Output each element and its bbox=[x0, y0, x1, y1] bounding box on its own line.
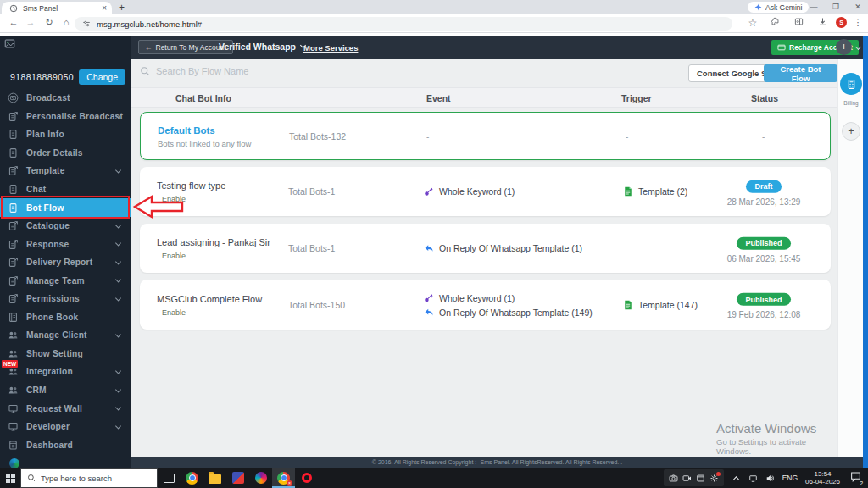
taskbar-clock[interactable]: 13:54 06-04-2026 bbox=[805, 470, 840, 486]
sidebar-item-bot-flow[interactable]: Bot Flow bbox=[0, 198, 131, 217]
bot-flow-row-msgclub-complete-flow[interactable]: MSGClub Complete Flow Enable Total Bots-… bbox=[140, 280, 831, 330]
video-camera-icon[interactable] bbox=[682, 474, 692, 483]
paint-app-button[interactable] bbox=[249, 468, 272, 488]
sidebar-item-delivery-report[interactable]: Delivery Report bbox=[0, 253, 131, 272]
change-account-button[interactable]: Change bbox=[79, 69, 125, 85]
document-arrow-icon bbox=[8, 239, 19, 250]
sidebar-item-request-wall[interactable]: Request Wall bbox=[0, 399, 131, 418]
sidebar-item-broadcast[interactable]: Broadcast bbox=[0, 89, 131, 108]
document-arrow-icon bbox=[8, 165, 19, 176]
sidebar-item-partial[interactable] bbox=[0, 454, 131, 468]
sidebar-item-personalise-broadcast[interactable]: Personalise Broadcast bbox=[0, 108, 131, 126]
sidebar-item-response[interactable]: Response bbox=[0, 235, 131, 253]
more-services-link[interactable]: More Services bbox=[303, 43, 358, 53]
extensions-icon[interactable] bbox=[768, 17, 782, 28]
sidebar-item-manage-client[interactable]: Manage Client bbox=[0, 326, 131, 345]
add-widget-button[interactable]: + bbox=[842, 122, 860, 141]
network-tray-button[interactable] bbox=[748, 474, 758, 483]
side-panel-icon[interactable] bbox=[792, 17, 805, 28]
screen: Sms Panel × + Ask Gemini — ❐ ✕ ← → ↻ ⌂ m… bbox=[0, 0, 868, 488]
sidebar-item-chat[interactable]: Chat bbox=[0, 180, 131, 199]
browser-profile-avatar[interactable]: S bbox=[836, 17, 847, 28]
new-badge: NEW bbox=[2, 360, 18, 368]
bookmark-star-icon[interactable]: ☆ bbox=[746, 17, 760, 29]
key-icon bbox=[424, 292, 434, 302]
chrome-taskbar-button[interactable] bbox=[181, 468, 203, 488]
window-maximize-button[interactable]: ❐ bbox=[827, 0, 844, 14]
window-icon[interactable] bbox=[696, 474, 705, 483]
file-explorer-button[interactable] bbox=[203, 468, 226, 488]
downloads-icon[interactable] bbox=[815, 17, 829, 28]
taskbar-search[interactable] bbox=[20, 468, 158, 488]
sidebar-item-integration[interactable]: NEWIntegration bbox=[0, 363, 131, 381]
media-app-icon bbox=[232, 472, 244, 484]
notification-center-button[interactable]: 2 bbox=[850, 470, 861, 485]
tray-expand-button[interactable] bbox=[732, 474, 741, 483]
chevron-down-icon bbox=[115, 331, 121, 337]
taskbar-search-input[interactable] bbox=[41, 474, 134, 483]
bot-flow-row-lead-assigning[interactable]: Lead assigning - Pankaj Sir Enable Total… bbox=[140, 224, 831, 273]
sidebar-item-label: Delivery Report bbox=[26, 258, 92, 267]
flow-search[interactable] bbox=[140, 66, 309, 76]
site-info-icon[interactable] bbox=[82, 19, 91, 28]
trigger-item: Template (2) bbox=[623, 186, 687, 197]
total-bots: Total Bots-150 bbox=[288, 300, 345, 310]
billing-button[interactable] bbox=[840, 73, 862, 95]
forward-icon[interactable]: → bbox=[24, 17, 37, 27]
sidebar-item-permissions[interactable]: Permissions bbox=[0, 290, 131, 308]
sidebar-item-manage-team[interactable]: Manage Team bbox=[0, 271, 131, 290]
document-arrow-icon bbox=[8, 257, 19, 268]
search-input[interactable] bbox=[156, 66, 309, 76]
window-minimize-button[interactable]: — bbox=[805, 0, 822, 14]
start-button[interactable] bbox=[0, 468, 20, 488]
windows-taskbar: × ENG 13:54 06-04-2026 2 bbox=[0, 468, 868, 488]
bot-flow-row-testing-flow-type[interactable]: Testing flow type Enable Total Bots-1 Wh… bbox=[140, 167, 831, 216]
home-icon[interactable]: ⌂ bbox=[59, 17, 73, 27]
flow-name[interactable]: Testing flow type bbox=[157, 180, 225, 191]
reload-icon[interactable]: ↻ bbox=[42, 17, 56, 28]
browser-tab[interactable]: Sms Panel × bbox=[2, 2, 112, 14]
sidebar-item-phone-book[interactable]: Phone Book bbox=[0, 308, 131, 327]
browser-menu-icon[interactable]: ⋮ bbox=[851, 17, 865, 28]
sidebar-item-plan-info[interactable]: Plan Info bbox=[0, 125, 131, 144]
status-empty: - bbox=[762, 131, 765, 141]
flow-name[interactable]: MSGClub Complete Flow bbox=[157, 293, 262, 303]
sidebar-item-label: CRM bbox=[26, 385, 47, 395]
opera-button[interactable] bbox=[295, 468, 318, 488]
language-indicator[interactable]: ENG bbox=[782, 474, 798, 482]
sidebar-item-catalogue[interactable]: Catalogue bbox=[0, 217, 131, 236]
flow-state: Enable bbox=[162, 308, 262, 316]
create-bot-flow-button[interactable]: Create Bot Flow bbox=[764, 64, 837, 82]
sidebar-item-show-setting[interactable]: Show Setting bbox=[0, 345, 131, 363]
active-browser-app-button[interactable]: × bbox=[272, 468, 295, 488]
chrome-icon bbox=[186, 472, 198, 485]
footer-copyright: © 2016. All Rights Reserved Copyright :-… bbox=[131, 458, 863, 468]
new-tab-button[interactable]: + bbox=[119, 2, 125, 14]
billing-label: Billing bbox=[838, 100, 864, 106]
settings-tray-button[interactable] bbox=[709, 474, 719, 483]
task-view-button[interactable] bbox=[158, 468, 181, 488]
camera-icon[interactable] bbox=[669, 474, 678, 483]
column-header-trigger: Trigger bbox=[621, 93, 652, 103]
media-app-button[interactable] bbox=[226, 468, 249, 488]
flow-name[interactable]: Lead assigning - Pankaj Sir bbox=[157, 237, 270, 247]
back-icon[interactable]: ← bbox=[7, 17, 20, 27]
flow-name-link[interactable]: Default Bots bbox=[158, 125, 251, 135]
bot-flow-row-default-bots[interactable]: Default Bots Bots not linked to any flow… bbox=[140, 112, 831, 160]
address-bar[interactable]: msg.msgclub.net/home.html# bbox=[75, 17, 732, 30]
sidebar-item-dashboard[interactable]: Dashboard bbox=[0, 435, 131, 454]
verified-whatsapp-dropdown[interactable]: Verified Whatsapp bbox=[219, 42, 305, 52]
sidebar-item-order-details[interactable]: Order Details bbox=[0, 144, 131, 163]
volume-tray-button[interactable] bbox=[765, 474, 775, 483]
window-close-button[interactable]: ✕ bbox=[849, 0, 866, 14]
ask-gemini-button[interactable]: Ask Gemini bbox=[748, 2, 809, 13]
sidebar-item-template[interactable]: Template bbox=[0, 162, 131, 180]
dashboard-icon bbox=[8, 440, 19, 451]
document-arrow-icon bbox=[8, 275, 19, 286]
sidebar: 918818889050 Change Broadcast Personalis… bbox=[0, 36, 131, 468]
sidebar-item-crm[interactable]: CRM bbox=[0, 381, 131, 400]
user-avatar[interactable]: I bbox=[836, 39, 852, 55]
tab-close-icon[interactable]: × bbox=[102, 4, 107, 13]
chevron-down-icon bbox=[115, 295, 121, 301]
sidebar-item-developer[interactable]: Developer bbox=[0, 418, 131, 436]
